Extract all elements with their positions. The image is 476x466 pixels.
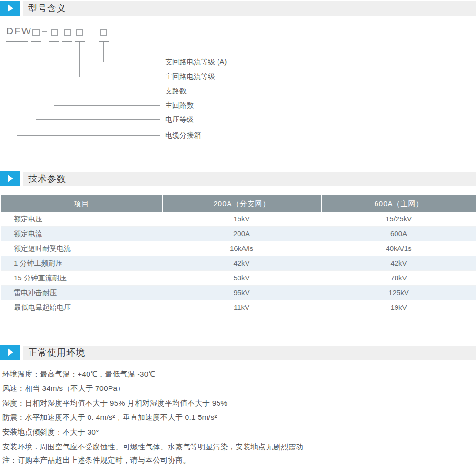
connector-voltage — [36, 42, 36, 119]
cell-item: 额定电流 — [1, 227, 162, 241]
play-triangle-icon — [8, 175, 13, 182]
section-marker — [0, 1, 20, 16]
cell-branch: 95kV — [162, 286, 321, 300]
cell-item: 额定电压 — [1, 212, 162, 226]
connector-main-current — [79, 42, 80, 77]
table-row: 1 分钟工频耐压 42kV 42kV — [1, 256, 476, 271]
play-triangle-icon — [8, 348, 13, 356]
env-line-wind: 风速：相当 34m/s（不大于 700Pa） — [2, 384, 125, 394]
cell-branch: 53kV — [162, 271, 321, 285]
play-triangle-icon — [8, 4, 13, 12]
cell-item: 雷电冲击耐压 — [1, 286, 162, 300]
col-header-branch: 200A（分支网） — [162, 195, 321, 212]
section-header-model: 型号含义 — [0, 1, 476, 16]
cell-main: 19kV — [321, 300, 476, 315]
cell-branch: 16kA/ls — [162, 241, 321, 256]
label-box-type: 电缆分接箱 — [165, 131, 201, 140]
col-header-item: 项目 — [1, 195, 162, 212]
cell-main: 600A — [321, 227, 476, 241]
env-line-temperature: 环境温度：最高气温：+40℃，最低气温 -30℃ — [2, 369, 155, 379]
section-title-bar: 型号含义 — [23, 1, 476, 16]
cell-main: 42kV — [321, 256, 476, 270]
model-box-main-current — [76, 29, 83, 36]
section-header-params: 技术参数 — [0, 171, 476, 187]
section-title-bar: 技术参数 — [23, 172, 476, 186]
model-box-main-count — [51, 29, 58, 36]
label-voltage: 电压等级 — [165, 115, 194, 124]
params-table: 项目 200A（分支网） 600A（主网） 额定电压 15kV 15/25kV … — [1, 195, 476, 315]
env-line-note: 注：订购本产品超出上述条件规定时，请与本公司协商。 — [2, 456, 190, 466]
model-box-branch-current — [100, 29, 107, 36]
col-header-main: 600A（主网） — [321, 195, 476, 212]
connector-box-type — [17, 42, 17, 135]
model-box-branch-count — [64, 29, 71, 36]
connector-branch-count — [67, 42, 67, 91]
section-title-model: 型号含义 — [23, 1, 476, 16]
label-branch-current: 支回路电流等级 (A) — [165, 58, 227, 67]
cell-main: 15/25kV — [321, 212, 476, 226]
model-prefix: DFW — [6, 25, 32, 37]
cell-branch: 200A — [162, 227, 321, 241]
section-title-params: 技术参数 — [23, 172, 476, 186]
section-title-bar: 正常使用环境 — [23, 346, 476, 360]
connector-main-count — [54, 105, 160, 106]
cell-item: 1 分钟工频耐压 — [1, 256, 162, 270]
connector-branch-count — [67, 91, 160, 91]
env-line-humidity: 湿度：日相对湿度平均值不大于 95% 月相对湿度平均值不大于 95% — [2, 398, 228, 408]
catalog-page: 型号含义 DFW 支回路电流等级 (A) 主回路电流等级 支路数 主回路数 电压… — [0, 0, 476, 466]
cell-main: 125kV — [321, 286, 476, 300]
table-row: 额定电流 200A 600A — [1, 227, 476, 241]
table-row: 雷电冲击耐压 95kV 125kV — [1, 286, 476, 300]
cell-branch: 15kV — [162, 212, 321, 226]
label-branch-count: 支路数 — [165, 87, 187, 96]
env-line-tilt: 安装地点倾斜度：不大于 30° — [2, 427, 99, 437]
table-row: 最低电晕起始电压 11kV 19kV — [1, 300, 476, 315]
label-main-count: 主回路数 — [165, 101, 194, 110]
section-marker — [0, 171, 20, 186]
model-dash — [42, 31, 47, 32]
connector-branch-current — [103, 42, 104, 62]
cell-item: 15 分钟直流耐压 — [1, 271, 162, 285]
env-line-surrounding: 安装环境：周围空气应不受腐蚀性、可燃性气体、水蒸气等明显污染，安装地点无剧烈震动 — [2, 442, 303, 452]
cell-branch: 42kV — [162, 256, 321, 270]
env-line-seismic: 防震：水平加速度不大于 0. 4m/s²，垂直加速度不大于 0.1 5m/s² — [2, 413, 217, 423]
cell-branch: 11kV — [162, 300, 321, 315]
connector-box-type — [17, 135, 160, 136]
cell-main: 40kA/1s — [321, 241, 476, 256]
connector-branch-current — [103, 62, 160, 62]
table-header-row: 项目 200A（分支网） 600A（主网） — [1, 195, 476, 212]
connector-main-current — [79, 77, 160, 77]
section-title-environment: 正常使用环境 — [23, 346, 476, 360]
cell-item: 额定短时耐受电流 — [1, 241, 162, 256]
table-row: 15 分钟直流耐压 53kV 78kV — [1, 271, 476, 286]
section-header-environment: 正常使用环境 — [0, 345, 476, 360]
section-marker — [0, 345, 20, 360]
connector-main-count — [54, 42, 54, 105]
table-row: 额定电压 15kV 15/25kV — [1, 212, 476, 227]
model-box-voltage — [32, 29, 40, 36]
cell-item: 最低电晕起始电压 — [1, 300, 162, 315]
cell-main: 78kV — [321, 271, 476, 285]
connector-voltage — [36, 119, 160, 120]
table-row: 额定短时耐受电流 16kA/ls 40kA/1s — [1, 241, 476, 256]
label-main-current: 主回路电流等级 — [165, 72, 215, 81]
